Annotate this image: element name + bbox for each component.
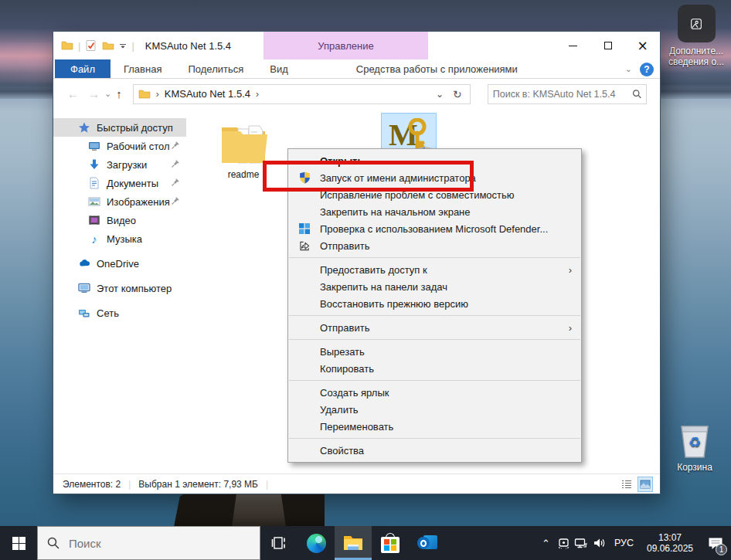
- menu-item-share[interactable]: Отправить: [288, 237, 581, 254]
- tab-application-tools[interactable]: Средства работы с приложениями: [343, 59, 531, 78]
- desktop-icon-recycle-bin[interactable]: ♻ Корзина: [661, 422, 728, 473]
- tray-network-icon[interactable]: [573, 537, 590, 549]
- sidebar-item-label: Быстрый доступ: [97, 122, 173, 134]
- up-button[interactable]: ↑: [111, 87, 127, 100]
- tab-share[interactable]: Поделиться: [175, 59, 257, 78]
- menu-item-label: Предоставить доступ к: [320, 264, 427, 276]
- sidebar-item-network[interactable]: Сеть: [53, 304, 186, 322]
- separator: |: [128, 479, 131, 490]
- edge-icon: [307, 534, 326, 553]
- forward-button[interactable]: →: [83, 87, 104, 100]
- menu-item-pin-to-taskbar[interactable]: Закрепить на панели задач: [288, 278, 581, 295]
- menu-item-cut[interactable]: Вырезать: [288, 343, 581, 360]
- sidebar-item-videos[interactable]: Видео: [53, 211, 186, 229]
- menu-item-restore-previous-version[interactable]: Восстановить прежнюю версию: [288, 295, 581, 312]
- tray-expand-chevron-icon[interactable]: ⌃: [537, 538, 555, 549]
- menu-separator: [289, 315, 580, 316]
- search-icon: [47, 537, 60, 549]
- taskbar-edge-button[interactable]: [298, 526, 335, 560]
- breadcrumb-chevron-icon[interactable]: ›: [250, 89, 264, 100]
- taskbar-outlook-button[interactable]: [409, 526, 446, 560]
- download-arrow-icon: [88, 158, 100, 171]
- pin-icon: [171, 196, 180, 205]
- menu-item-send-to[interactable]: Отправить ›: [288, 319, 581, 336]
- notification-badge: 1: [716, 544, 727, 555]
- tab-view[interactable]: Вид: [257, 59, 301, 78]
- qat-customize-chevron-icon[interactable]: [119, 42, 127, 49]
- qat-properties-icon[interactable]: [85, 39, 97, 52]
- taskbar-store-button[interactable]: [372, 526, 409, 560]
- menu-item-give-access-to[interactable]: Предоставить доступ к ›: [288, 261, 581, 278]
- tab-file[interactable]: Файл: [55, 59, 110, 78]
- notification-center-button[interactable]: 1: [700, 526, 731, 560]
- large-icons-view-button[interactable]: [638, 477, 652, 491]
- clock[interactable]: 13:07 09.06.2025: [646, 532, 694, 554]
- sidebar-item-label: Документы: [107, 178, 158, 189]
- desktop-icon-additional-info[interactable]: Дополните... сведения о...: [663, 5, 729, 67]
- maximize-button[interactable]: [590, 32, 625, 59]
- start-button[interactable]: [0, 526, 37, 560]
- sidebar-item-desktop[interactable]: Рабочий стол: [53, 137, 186, 155]
- sidebar-item-this-pc[interactable]: Этот компьютер: [53, 279, 186, 297]
- sidebar-item-quick-access[interactable]: Быстрый доступ: [53, 118, 186, 137]
- sidebar-item-documents[interactable]: Документы: [53, 174, 186, 192]
- tab-home[interactable]: Главная: [110, 59, 175, 78]
- taskbar-explorer-button[interactable]: [335, 526, 372, 560]
- menu-item-properties[interactable]: Свойства: [288, 442, 581, 459]
- sidebar-item-downloads[interactable]: Загрузки: [53, 155, 186, 174]
- address-dropdown-chevron-icon[interactable]: ⌄: [431, 89, 448, 100]
- menu-item-delete[interactable]: Удалить: [288, 401, 581, 418]
- ribbon-collapse-chevron-icon[interactable]: ⌄: [625, 64, 632, 74]
- details-view-button[interactable]: [620, 477, 634, 491]
- menu-separator: [289, 380, 580, 381]
- task-view-button[interactable]: [260, 526, 298, 560]
- status-bar: Элементов: 2 | Выбран 1 элемент: 7,93 МБ…: [53, 473, 660, 494]
- details-view-icon: [621, 480, 632, 489]
- sidebar-item-onedrive[interactable]: OneDrive: [53, 254, 186, 273]
- language-indicator[interactable]: РУС: [614, 538, 634, 548]
- svg-text:♻: ♻: [688, 434, 701, 450]
- clock-time: 13:07: [646, 532, 694, 543]
- back-button[interactable]: ←: [63, 87, 83, 100]
- menu-item-create-shortcut[interactable]: Создать ярлык: [288, 384, 581, 401]
- close-icon: ×: [637, 39, 648, 53]
- recycle-bin-icon: ♻: [677, 422, 712, 460]
- sidebar-item-pictures[interactable]: Изображения: [53, 192, 186, 211]
- pin-icon: [171, 141, 180, 150]
- desktop-icon-label: сведения о...: [663, 56, 729, 67]
- tray-webcam-icon[interactable]: [555, 537, 573, 549]
- title-bar[interactable]: | | KMSAuto Net 1.5.4 Управление ×: [53, 32, 660, 59]
- minimize-button[interactable]: [556, 32, 590, 59]
- menu-item-label: Копировать: [320, 363, 374, 375]
- outlook-icon: [417, 534, 437, 552]
- qat-new-folder-icon[interactable]: [102, 39, 114, 52]
- folder-with-documents-icon: [216, 115, 271, 166]
- help-button[interactable]: ?: [640, 63, 654, 76]
- pin-icon: [171, 178, 180, 187]
- menu-item-copy[interactable]: Копировать: [288, 360, 581, 377]
- submenu-arrow-icon: ›: [569, 264, 572, 276]
- menu-item-label: Удалить: [320, 404, 359, 416]
- ribbon-tab-row: Файл Главная Поделиться Вид Средства раб…: [53, 59, 660, 79]
- menu-item-scan-with-defender[interactable]: Проверка с использованием Microsoft Defe…: [288, 220, 581, 237]
- recent-locations-chevron-icon[interactable]: ⌄: [104, 89, 111, 99]
- address-bar[interactable]: › KMSAuto Net 1.5.4 › ⌄ ↻: [133, 84, 471, 104]
- video-icon: [88, 214, 100, 226]
- menu-item-pin-to-start[interactable]: Закрепить на начальном экране: [288, 203, 581, 220]
- search-input[interactable]: [493, 89, 632, 100]
- refresh-icon[interactable]: ↻: [448, 88, 467, 100]
- tray-volume-icon[interactable]: [590, 537, 608, 549]
- search-icon[interactable]: [632, 89, 641, 99]
- tab-label: Файл: [70, 63, 95, 75]
- search-box[interactable]: [488, 84, 647, 104]
- sidebar-item-music[interactable]: ♪ Музыка: [53, 229, 186, 248]
- taskbar-search-box[interactable]: [37, 526, 260, 560]
- taskbar-search-input[interactable]: [69, 537, 208, 550]
- system-tray: ⌃ РУС 13:07 09.06.2025 1: [537, 526, 731, 560]
- menu-item-label: Отправить: [320, 240, 369, 252]
- close-button[interactable]: ×: [625, 32, 660, 59]
- menu-item-rename[interactable]: Переименовать: [288, 418, 581, 435]
- breadcrumb[interactable]: KMSAuto Net 1.5.4: [165, 88, 250, 100]
- menu-item-label: Отправить: [320, 322, 369, 334]
- selection-info: Выбран 1 элемент: 7,93 МБ: [138, 479, 258, 490]
